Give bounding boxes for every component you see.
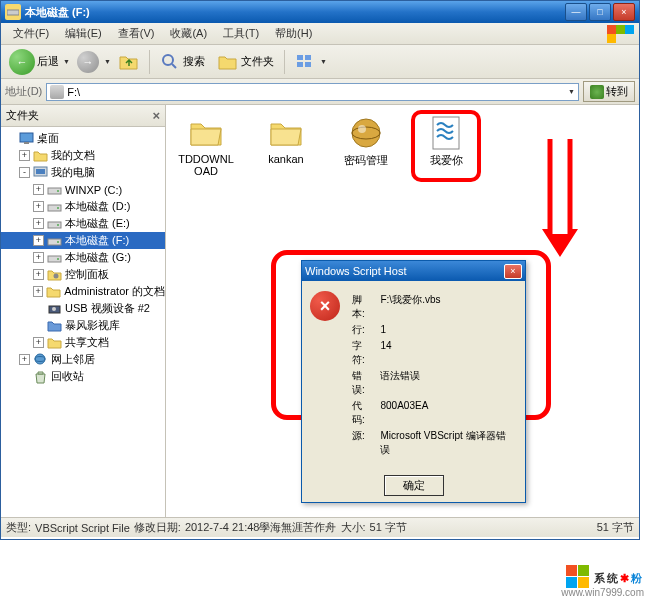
tree-label: 本地磁盘 (F:) [65,233,129,248]
content-area: 文件夹 × 桌面+我的文档-我的电脑+WINXP (C:)+本地磁盘 (D:)+… [1,105,639,517]
tree-toggle[interactable]: + [33,286,43,297]
tree-item[interactable]: 回收站 [1,368,165,385]
tree-item[interactable]: USB 视频设备 #2 [1,300,165,317]
menu-file[interactable]: 文件(F) [5,24,57,43]
svg-point-23 [52,307,56,311]
back-button[interactable]: ← 后退 ▼ [5,47,74,77]
tree-toggle[interactable]: + [33,235,44,246]
tree-item[interactable]: 暴风影视库 [1,317,165,334]
control-icon [47,267,62,282]
svg-point-21 [54,274,59,279]
tree-item[interactable]: +控制面板 [1,266,165,283]
svg-rect-3 [297,55,303,60]
search-button[interactable]: 搜索 [155,49,210,75]
svg-point-24 [35,354,45,364]
file-item[interactable]: 我爱你 [416,115,476,177]
sidebar-close-button[interactable]: × [152,108,160,123]
chevron-down-icon[interactable]: ▼ [104,58,111,65]
tree-item[interactable]: +本地磁盘 (D:) [1,198,165,215]
folder-icon [33,148,48,163]
tree-item[interactable]: +本地磁盘 (G:) [1,249,165,266]
tree-item[interactable]: -我的电脑 [1,164,165,181]
tree-toggle[interactable]: + [33,184,44,195]
tree-item[interactable]: +网上邻居 [1,351,165,368]
tree-item[interactable]: +本地磁盘 (F:) [1,232,165,249]
svg-point-26 [352,119,380,147]
file-item[interactable]: 密码管理 [336,115,396,177]
chevron-down-icon[interactable]: ▼ [568,88,575,95]
maximize-button[interactable]: □ [589,3,611,21]
tree-item[interactable]: +本地磁盘 (E:) [1,215,165,232]
file-item[interactable]: TDDOWNLOAD [176,115,236,177]
svg-rect-13 [48,205,61,211]
file-view[interactable]: TDDOWNLOADkankan密码管理我爱你 Windows Script H… [166,105,639,517]
error-dialog[interactable]: Windows Script Host × × 脚本:F:\我爱你.vbs行:1… [301,260,526,503]
chevron-down-icon: ▼ [320,58,327,65]
file-item[interactable]: kankan [256,115,316,177]
network-icon [33,352,48,367]
tree-item[interactable]: +Administrator 的文档 [1,283,165,300]
folders-label: 文件夹 [241,54,274,69]
tree-toggle[interactable]: - [19,167,30,178]
go-button[interactable]: 转到 [583,81,635,102]
dialog-row-key: 错误: [350,369,376,397]
dialog-row-value: 14 [378,339,515,367]
dialog-close-button[interactable]: × [504,264,522,279]
svg-point-1 [163,55,173,65]
tree-toggle[interactable]: + [19,150,30,161]
desktop-icon [19,131,34,146]
dialog-row-value: 800A03EA [378,399,515,427]
menu-edit[interactable]: 编辑(E) [57,24,110,43]
tree-item[interactable]: +我的文档 [1,147,165,164]
close-button[interactable]: × [613,3,635,21]
computer-icon [33,165,48,180]
watermark-logo-icon [566,565,589,588]
watermark: 系统✱粉 [566,565,644,588]
sidebar-title: 文件夹 [6,108,39,123]
ok-button[interactable]: 确定 [384,475,444,496]
folder-icon [47,335,62,350]
menu-tools[interactable]: 工具(T) [215,24,267,43]
tree-item[interactable]: +共享文档 [1,334,165,351]
svg-point-28 [358,125,366,133]
titlebar[interactable]: 本地磁盘 (F:) — □ × [1,1,639,23]
tree-item[interactable]: 桌面 [1,130,165,147]
menu-help[interactable]: 帮助(H) [267,24,320,43]
menu-favorites[interactable]: 收藏(A) [162,24,215,43]
svg-marker-32 [542,229,578,257]
tree-toggle[interactable]: + [33,252,44,263]
dialog-row: 脚本:F:\我爱你.vbs [350,293,515,321]
folders-button[interactable]: 文件夹 [213,49,279,75]
up-button[interactable] [114,49,144,75]
tree-toggle[interactable]: + [33,269,44,280]
dialog-titlebar[interactable]: Windows Script Host × [302,261,525,281]
chevron-down-icon: ▼ [63,58,70,65]
views-icon [295,52,315,72]
views-button[interactable]: ▼ [290,49,332,75]
tree-toggle[interactable]: + [33,218,44,229]
tree-label: 我的文档 [51,148,95,163]
tree-toggle[interactable]: + [33,337,44,348]
dialog-row-key: 代码: [350,399,376,427]
dialog-row-key: 脚本: [350,293,376,321]
svg-rect-17 [48,239,61,245]
dialog-row-value: 语法错误 [378,369,515,397]
address-input[interactable]: F:\ ▼ [46,83,579,101]
dialog-row-key: 源: [350,429,376,457]
search-label: 搜索 [183,54,205,69]
window-controls: — □ × [565,3,635,21]
svg-point-18 [57,241,59,243]
tree-toggle[interactable]: + [33,201,44,212]
minimize-button[interactable]: — [565,3,587,21]
drive-icon [47,182,62,197]
watermark-url: www.win7999.com [561,587,644,598]
menu-view[interactable]: 查看(V) [110,24,163,43]
status-size-right: 51 字节 [597,520,634,535]
tree-toggle[interactable]: + [19,354,30,365]
forward-button[interactable]: → [77,51,99,73]
folder-tree[interactable]: 桌面+我的文档-我的电脑+WINXP (C:)+本地磁盘 (D:)+本地磁盘 (… [1,127,165,517]
addressbar: 地址(D) F:\ ▼ 转到 [1,79,639,105]
svg-rect-15 [48,222,61,228]
status-type-value: VBScript Script File [35,522,130,534]
tree-item[interactable]: +WINXP (C:) [1,181,165,198]
